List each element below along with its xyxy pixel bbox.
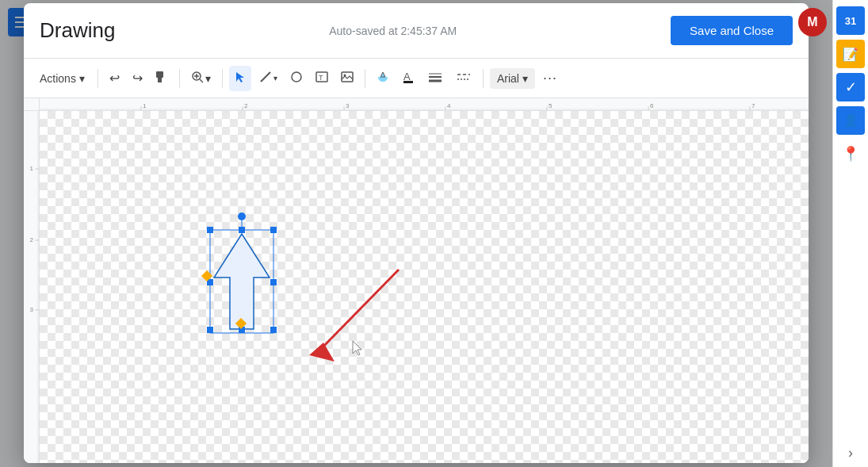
more-options-button[interactable]: ··· [538, 66, 562, 91]
line-color-icon: A [402, 70, 415, 86]
modal-overlay: Drawing Auto-saved at 2:45:37 AM Save an… [0, 0, 832, 467]
redo-icon: ↪ [132, 71, 143, 86]
line-weight-button[interactable] [423, 66, 448, 91]
paint-format-button[interactable] [151, 66, 173, 91]
canvas-area: 1 2 3 1 2 [24, 98, 809, 463]
toolbar-sep-5 [483, 69, 484, 88]
drawing-toolbar: Actions ▾ ↩ ↪ [24, 59, 809, 98]
modal-title: Drawing [40, 18, 115, 43]
fill-color-button[interactable] [372, 66, 394, 91]
handle-br[interactable] [270, 327, 277, 333]
drawing-modal: Drawing Auto-saved at 2:45:37 AM Save an… [24, 3, 809, 463]
line-dropdown-icon: ▾ [273, 74, 277, 82]
svg-text:2: 2 [244, 102, 248, 109]
drawing-canvas-wrapper: 1 2 3 4 5 6 7 [40, 98, 809, 463]
canvas-svg [40, 111, 809, 463]
more-options-icon: ··· [543, 70, 557, 86]
svg-text:4: 4 [447, 102, 451, 109]
zoom-button[interactable]: ▾ [186, 66, 216, 91]
user-avatar[interactable]: M [798, 8, 827, 36]
svg-text:T: T [319, 74, 323, 82]
svg-rect-13 [403, 81, 413, 83]
sidebar-icon-tasks[interactable]: ✓ [836, 73, 865, 101]
line-tool-icon [259, 71, 272, 86]
handle-mr[interactable] [270, 279, 277, 285]
svg-text:1: 1 [143, 102, 147, 109]
actions-button[interactable]: Actions ▾ [33, 69, 91, 88]
svg-rect-10 [342, 72, 353, 82]
red-arrow-line [321, 270, 399, 349]
undo-button[interactable]: ↩ [105, 66, 124, 91]
svg-text:2: 2 [30, 236, 34, 243]
line-weight-icon [427, 71, 443, 86]
font-dropdown-icon: ▾ [522, 72, 528, 85]
sidebar-expand-icon[interactable]: › [836, 438, 865, 467]
right-sidebar: 31 📝 ✓ 👤 📍 › [832, 0, 868, 467]
line-color-button[interactable]: A [397, 66, 419, 91]
red-arrow-head [309, 343, 335, 362]
toolbar-sep-3 [222, 69, 223, 88]
svg-text:3: 3 [346, 102, 350, 109]
zoom-dropdown-icon: ▾ [205, 72, 211, 85]
shape-tool-icon [290, 71, 303, 86]
svg-text:7: 7 [751, 102, 755, 109]
font-selector-button[interactable]: Arial ▾ [490, 68, 535, 89]
image-tool-button[interactable] [336, 66, 358, 91]
svg-line-3 [200, 79, 203, 82]
svg-text:5: 5 [549, 102, 553, 109]
paint-format-icon [155, 71, 168, 86]
svg-text:A: A [403, 71, 411, 82]
handle-tm[interactable] [239, 227, 245, 233]
actions-label: Actions [40, 72, 76, 85]
svg-text:3: 3 [30, 306, 34, 313]
ruler-corner [24, 98, 40, 111]
arrow-shape-group [201, 212, 277, 333]
handle-tl[interactable] [207, 227, 213, 233]
fill-color-icon [377, 71, 389, 86]
redo-button[interactable]: ↪ [128, 66, 147, 91]
zoom-icon [191, 71, 204, 86]
modal-header: Drawing Auto-saved at 2:45:37 AM Save an… [24, 3, 809, 59]
ruler-top: 1 2 3 4 5 6 7 [40, 98, 809, 111]
line-dash-button[interactable] [451, 66, 476, 91]
rotation-handle[interactable] [238, 212, 246, 220]
cursor-indicator [353, 341, 361, 355]
actions-dropdown-icon: ▾ [79, 72, 85, 85]
svg-rect-0 [156, 71, 163, 78]
sidebar-icon-maps[interactable]: 📍 [836, 140, 865, 168]
handle-tr[interactable] [270, 227, 277, 233]
svg-text:1: 1 [30, 165, 34, 172]
sidebar-icon-calendar[interactable]: 31 [836, 6, 865, 35]
toolbar-sep-1 [98, 69, 98, 88]
arrow-shape[interactable] [214, 234, 270, 329]
image-tool-icon [341, 71, 354, 86]
svg-rect-1 [158, 78, 162, 82]
line-tool-button[interactable]: ▾ [254, 66, 282, 91]
autosave-status: Auto-saved at 2:45:37 AM [329, 25, 457, 37]
ruler-left: 1 2 3 [24, 111, 40, 463]
line-dash-icon [456, 71, 472, 86]
select-tool-button[interactable] [229, 66, 251, 91]
drawing-canvas[interactable] [40, 111, 809, 463]
toolbar-sep-4 [365, 69, 365, 88]
textbox-tool-icon: T [315, 71, 328, 86]
shape-tool-button[interactable] [285, 66, 308, 91]
textbox-tool-button[interactable]: T [311, 66, 333, 91]
svg-line-6 [261, 72, 270, 82]
undo-icon: ↩ [109, 71, 120, 86]
sidebar-icon-notes[interactable]: 📝 [836, 40, 865, 68]
handle-bl[interactable] [207, 327, 213, 333]
select-tool-icon [234, 71, 247, 86]
save-close-button[interactable]: Save and Close [671, 16, 793, 45]
svg-point-7 [292, 72, 301, 82]
font-name-label: Arial [497, 72, 519, 85]
toolbar-sep-2 [179, 69, 180, 88]
sidebar-icon-people[interactable]: 👤 [836, 106, 865, 135]
svg-text:6: 6 [650, 102, 654, 109]
